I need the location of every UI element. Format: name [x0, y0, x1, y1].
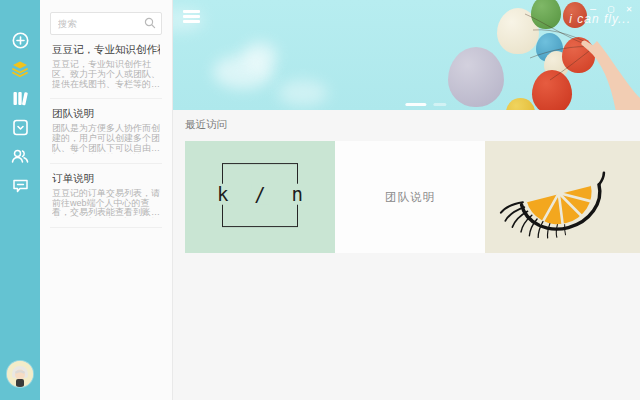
doc-list-panel: 豆豆记，专业知识创作社区 豆豆记，专业知识创作社区。致力于为个人或团队、提供在线… — [40, 0, 173, 400]
carousel-dot[interactable] — [433, 103, 446, 106]
recent-card-orange[interactable] — [485, 141, 640, 253]
doc-snippet: 豆豆记，专业知识创作社区。致力于为个人或团队、提供在线图书、专栏等的知识管理及创… — [52, 60, 160, 89]
add-circle-icon[interactable] — [10, 30, 30, 50]
recent-section: 最近访问 k / n 团队说明 — [173, 110, 640, 253]
feedback-icon[interactable] — [10, 175, 30, 195]
library-icon[interactable] — [10, 88, 30, 108]
doc-list-item[interactable]: 团队说明 团队是为方便多人协作而创建的，用户可以创建多个团队、每个团队下可以自由… — [50, 99, 162, 163]
doc-list-item[interactable]: 订单说明 豆豆记的订单交易列表，请前往web端个人中心的查看，交易列表能查看到账… — [50, 164, 162, 228]
logo-letter-k: k — [213, 184, 232, 205]
banner-carousel: – ▢ ✕ i can fly... — [173, 0, 640, 110]
app-window: 豆豆记，专业知识创作社区 豆豆记，专业知识创作社区。致力于为个人或团队、提供在线… — [0, 0, 640, 400]
main-area: – ▢ ✕ i can fly... 最近访问 k / — [173, 0, 640, 400]
recent-card-kn-logo[interactable]: k / n — [185, 141, 335, 253]
nav-rail — [0, 0, 40, 400]
search-icon — [144, 17, 156, 29]
search-box — [50, 12, 162, 35]
cloud-shape — [278, 80, 328, 106]
card-title: 团队说明 — [385, 190, 435, 205]
carousel-indicators — [405, 103, 446, 106]
logo-slash: / — [251, 184, 268, 205]
recent-cards-row: k / n 团队说明 — [185, 141, 640, 253]
carousel-dot-active[interactable] — [405, 103, 426, 106]
doc-list-item[interactable]: 豆豆记，专业知识创作社区 豆豆记，专业知识创作社区。致力于为个人或团队、提供在线… — [50, 35, 162, 99]
cloud-shape — [243, 42, 277, 70]
banner-slogan: i can fly... — [569, 12, 631, 26]
recent-card-team[interactable]: 团队说明 — [335, 141, 485, 253]
section-title: 最近访问 — [185, 118, 640, 132]
doc-snippet: 团队是为方便多人协作而创建的，用户可以创建多个团队、每个团队下可以自由添加图书、… — [52, 124, 160, 153]
logo-letter-n: n — [288, 184, 307, 205]
doc-title: 团队说明 — [52, 107, 160, 119]
menu-icon[interactable] — [183, 10, 200, 23]
doc-title: 豆豆记，专业知识创作社区 — [52, 43, 160, 55]
team-icon[interactable] — [10, 146, 30, 166]
kn-logo: k / n — [222, 163, 298, 227]
orange-slice-icon — [493, 155, 633, 239]
doc-snippet: 豆豆记的订单交易列表，请前往web端个人中心的查看，交易列表能查看到账户当前的余… — [52, 189, 160, 218]
user-avatar[interactable] — [7, 361, 33, 387]
notebook-icon[interactable] — [10, 117, 30, 137]
layers-icon[interactable] — [10, 59, 30, 79]
doc-title: 订单说明 — [52, 172, 160, 184]
